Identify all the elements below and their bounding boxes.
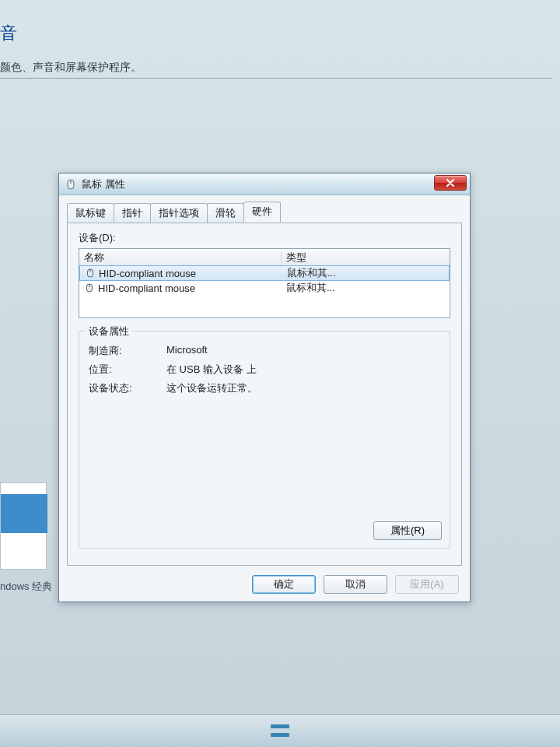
manufacturer-value: Microsoft <box>166 344 440 358</box>
bg-heading-fragment: 音 <box>0 22 18 45</box>
titlebar[interactable]: 鼠标 属性 <box>59 174 470 195</box>
device-name: HID-compliant mouse <box>99 268 196 279</box>
apply-button: 应用(A) <box>395 575 459 594</box>
devices-listbox[interactable]: 名称 类型 HID-compliant mouse 鼠标和其... HID <box>79 248 450 318</box>
mouse-icon <box>85 268 96 279</box>
tab-buttons[interactable]: 鼠标键 <box>67 203 114 223</box>
devices-header: 名称 类型 <box>79 249 450 266</box>
mouse-icon <box>65 178 77 191</box>
device-row[interactable]: HID-compliant mouse 鼠标和其... <box>79 265 450 281</box>
bg-subtext-fragment: 颜色、声音和屏幕保护程序。 <box>0 61 142 75</box>
close-button[interactable] <box>434 175 467 191</box>
status-label: 设备状态: <box>89 381 156 395</box>
tab-pointer[interactable]: 指针 <box>114 203 151 223</box>
ok-button[interactable]: 确定 <box>252 575 316 594</box>
tab-hardware[interactable]: 硬件 <box>243 202 281 223</box>
tab-pointer-options[interactable]: 指针选项 <box>150 203 208 223</box>
column-type[interactable]: 类型 <box>282 251 450 265</box>
cancel-button[interactable]: 取消 <box>324 575 387 594</box>
bg-theme-thumbnail[interactable] <box>0 482 47 570</box>
taskbar-app-icon[interactable] <box>271 724 289 737</box>
location-value: 在 USB 输入设备 上 <box>166 363 440 377</box>
mouse-icon <box>84 282 95 293</box>
hardware-panel: 设备(D): 名称 类型 HID-compliant mouse 鼠标和其... <box>67 223 462 566</box>
tab-wheel[interactable]: 滑轮 <box>207 203 244 223</box>
device-properties-button[interactable]: 属性(R) <box>373 521 442 540</box>
device-type: 鼠标和其... <box>282 266 449 280</box>
bg-theme-thumbnail-selection <box>1 494 47 533</box>
bg-divider <box>0 78 552 79</box>
dialog-button-row: 确定 取消 应用(A) <box>59 570 470 601</box>
device-name: HID-compliant mouse <box>98 282 195 294</box>
taskbar[interactable] <box>0 714 560 747</box>
manufacturer-label: 制造商: <box>89 344 156 358</box>
location-label: 位置: <box>89 363 156 377</box>
column-name[interactable]: 名称 <box>79 251 282 265</box>
close-icon <box>446 179 455 187</box>
mouse-properties-dialog: 鼠标 属性 鼠标键 指针 指针选项 滑轮 硬件 设备(D): 名称 类型 <box>58 173 471 602</box>
device-type: 鼠标和其... <box>282 281 450 295</box>
devices-section-label: 设备(D): <box>79 231 450 245</box>
device-row[interactable]: HID-compliant mouse 鼠标和其... <box>79 280 450 296</box>
status-value: 这个设备运转正常。 <box>166 381 440 395</box>
device-properties-group: 设备属性 制造商: Microsoft 位置: 在 USB 输入设备 上 设备状… <box>79 331 450 549</box>
bg-theme-label-fragment: ndows 经典 <box>0 580 52 594</box>
tab-strip: 鼠标键 指针 指针选项 滑轮 硬件 <box>59 195 470 223</box>
device-properties-legend: 设备属性 <box>86 324 132 338</box>
dialog-title: 鼠标 属性 <box>82 177 125 191</box>
